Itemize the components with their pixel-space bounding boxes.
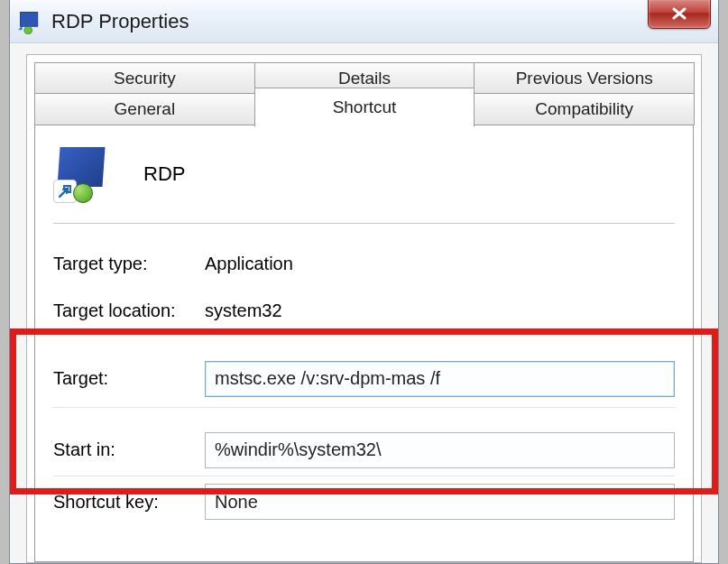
close-button[interactable]: [648, 0, 711, 29]
tab-general[interactable]: General: [34, 93, 255, 125]
shortcut-name: RDP: [143, 162, 185, 186]
value-target-location: system32: [205, 300, 282, 321]
window-icon: [17, 9, 42, 34]
svg-point-2: [24, 26, 32, 34]
row-target: Target:: [53, 350, 675, 408]
target-input[interactable]: [205, 361, 675, 397]
dialog-content: Security Details Previous Versions Gener…: [26, 54, 702, 563]
row-target-location: Target location: system32: [53, 287, 675, 334]
row-shortcut-key: Shortcut key:: [53, 476, 675, 527]
properties-window: RDP Properties Security Details Previous…: [9, 0, 719, 564]
shortcut-header: RDP: [53, 145, 675, 224]
row-target-type: Target type: Application: [53, 240, 675, 287]
label-shortcut-key: Shortcut key:: [53, 492, 205, 513]
shortcut-key-input[interactable]: [205, 484, 675, 520]
tab-previous-versions[interactable]: Previous Versions: [474, 62, 695, 95]
label-target-location: Target location:: [53, 300, 205, 321]
close-icon: [670, 7, 688, 20]
tab-security[interactable]: Security: [34, 62, 255, 95]
shortcut-panel: RDP Target type: Application Target loca…: [34, 125, 694, 562]
svg-rect-0: [21, 12, 38, 26]
row-start-in: Start in:: [53, 424, 675, 476]
sync-badge-icon: [73, 183, 93, 203]
tab-shortcut[interactable]: Shortcut: [254, 88, 475, 127]
window-title: RDP Properties: [51, 10, 189, 33]
value-target-type: Application: [205, 254, 293, 274]
tab-compatibility[interactable]: Compatibility: [474, 93, 695, 125]
shortcut-file-icon: [53, 145, 111, 203]
label-start-in: Start in:: [53, 439, 205, 460]
title-bar: RDP Properties: [10, 0, 718, 43]
label-target-type: Target type:: [53, 254, 205, 274]
start-in-input[interactable]: [205, 432, 675, 468]
label-target: Target:: [53, 368, 205, 389]
tab-strip: Security Details Previous Versions Gener…: [27, 55, 701, 124]
